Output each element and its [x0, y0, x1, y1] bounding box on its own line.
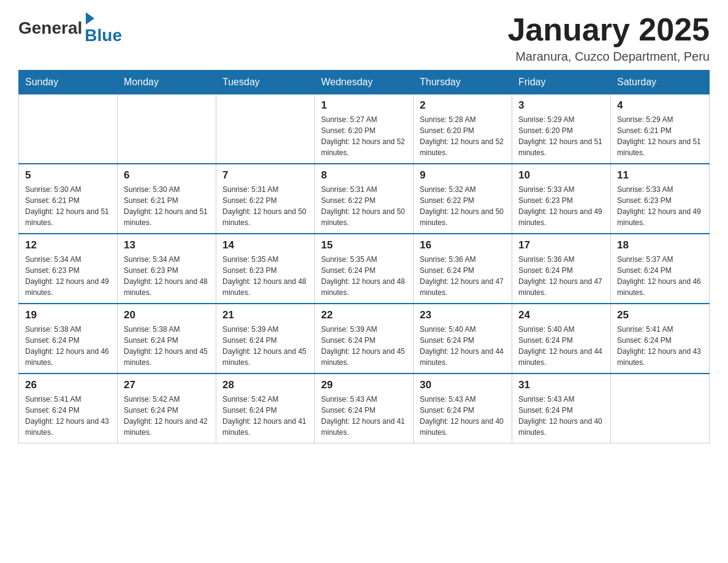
- day-info: Sunrise: 5:43 AM Sunset: 6:24 PM Dayligh…: [321, 394, 407, 438]
- calendar-header-friday: Friday: [512, 71, 611, 94]
- calendar-cell: 25Sunrise: 5:41 AM Sunset: 6:24 PM Dayli…: [611, 304, 710, 373]
- calendar-cell: 5Sunrise: 5:30 AM Sunset: 6:21 PM Daylig…: [19, 164, 118, 234]
- calendar-header-sunday: Sunday: [19, 71, 118, 94]
- day-number: 20: [124, 309, 210, 321]
- calendar-cell: 2Sunrise: 5:28 AM Sunset: 6:20 PM Daylig…: [414, 94, 512, 164]
- calendar-cell: 16Sunrise: 5:36 AM Sunset: 6:24 PM Dayli…: [414, 234, 512, 304]
- day-info: Sunrise: 5:38 AM Sunset: 6:24 PM Dayligh…: [25, 324, 111, 368]
- calendar-cell: 15Sunrise: 5:35 AM Sunset: 6:24 PM Dayli…: [315, 234, 414, 304]
- calendar-cell: 10Sunrise: 5:33 AM Sunset: 6:23 PM Dayli…: [512, 164, 611, 234]
- calendar-cell: 19Sunrise: 5:38 AM Sunset: 6:24 PM Dayli…: [19, 304, 118, 373]
- day-number: 31: [518, 379, 604, 391]
- day-number: 8: [321, 169, 407, 182]
- calendar-cell: 20Sunrise: 5:38 AM Sunset: 6:24 PM Dayli…: [118, 304, 216, 373]
- calendar-cell: 13Sunrise: 5:34 AM Sunset: 6:23 PM Dayli…: [118, 234, 216, 304]
- day-number: 7: [222, 169, 308, 182]
- day-number: 1: [321, 99, 407, 112]
- calendar-cell: 24Sunrise: 5:40 AM Sunset: 6:24 PM Dayli…: [512, 304, 611, 373]
- day-number: 2: [420, 99, 506, 112]
- day-info: Sunrise: 5:35 AM Sunset: 6:24 PM Dayligh…: [321, 254, 407, 298]
- page-subtitle: Maranura, Cuzco Department, Peru: [507, 50, 710, 64]
- day-info: Sunrise: 5:43 AM Sunset: 6:24 PM Dayligh…: [518, 394, 604, 438]
- calendar-cell: 9Sunrise: 5:32 AM Sunset: 6:22 PM Daylig…: [414, 164, 512, 234]
- calendar-cell: 18Sunrise: 5:37 AM Sunset: 6:24 PM Dayli…: [611, 234, 710, 304]
- title-section: January 2025 Maranura, Cuzco Department,…: [507, 12, 710, 64]
- calendar-cell: 1Sunrise: 5:27 AM Sunset: 6:20 PM Daylig…: [315, 94, 414, 164]
- logo-text-blue: Blue: [85, 27, 122, 44]
- logo-arrow-icon: [86, 12, 94, 25]
- day-number: 15: [321, 239, 407, 251]
- calendar-cell: 23Sunrise: 5:40 AM Sunset: 6:24 PM Dayli…: [414, 304, 512, 373]
- day-info: Sunrise: 5:40 AM Sunset: 6:24 PM Dayligh…: [518, 324, 604, 368]
- day-number: 28: [222, 379, 308, 391]
- day-info: Sunrise: 5:28 AM Sunset: 6:20 PM Dayligh…: [420, 114, 506, 158]
- calendar-header-thursday: Thursday: [414, 71, 512, 94]
- calendar-cell: 27Sunrise: 5:42 AM Sunset: 6:24 PM Dayli…: [118, 373, 216, 443]
- day-number: 21: [222, 309, 308, 321]
- day-info: Sunrise: 5:30 AM Sunset: 6:21 PM Dayligh…: [25, 184, 111, 228]
- calendar-cell: 6Sunrise: 5:30 AM Sunset: 6:21 PM Daylig…: [118, 164, 216, 234]
- calendar-cell: 22Sunrise: 5:39 AM Sunset: 6:24 PM Dayli…: [315, 304, 414, 373]
- day-info: Sunrise: 5:39 AM Sunset: 6:24 PM Dayligh…: [222, 324, 308, 368]
- day-number: 13: [124, 239, 210, 251]
- calendar-cell: 7Sunrise: 5:31 AM Sunset: 6:22 PM Daylig…: [216, 164, 315, 234]
- day-number: 26: [25, 379, 111, 391]
- day-info: Sunrise: 5:35 AM Sunset: 6:23 PM Dayligh…: [222, 254, 308, 298]
- day-number: 4: [617, 99, 703, 112]
- day-number: 18: [617, 239, 703, 251]
- day-info: Sunrise: 5:36 AM Sunset: 6:24 PM Dayligh…: [518, 254, 604, 298]
- page-title: January 2025: [507, 12, 710, 47]
- day-info: Sunrise: 5:39 AM Sunset: 6:24 PM Dayligh…: [321, 324, 407, 368]
- day-number: 17: [518, 239, 604, 251]
- calendar-table: SundayMondayTuesdayWednesdayThursdayFrid…: [18, 70, 710, 443]
- day-info: Sunrise: 5:42 AM Sunset: 6:24 PM Dayligh…: [222, 394, 308, 438]
- calendar-cell: [118, 94, 216, 164]
- day-info: Sunrise: 5:43 AM Sunset: 6:24 PM Dayligh…: [420, 394, 506, 438]
- calendar-cell: 21Sunrise: 5:39 AM Sunset: 6:24 PM Dayli…: [216, 304, 315, 373]
- day-info: Sunrise: 5:33 AM Sunset: 6:23 PM Dayligh…: [518, 184, 604, 228]
- day-number: 3: [518, 99, 604, 112]
- day-info: Sunrise: 5:33 AM Sunset: 6:23 PM Dayligh…: [617, 184, 703, 228]
- calendar-cell: 29Sunrise: 5:43 AM Sunset: 6:24 PM Dayli…: [315, 373, 414, 443]
- day-info: Sunrise: 5:38 AM Sunset: 6:24 PM Dayligh…: [124, 324, 210, 368]
- day-info: Sunrise: 5:37 AM Sunset: 6:24 PM Dayligh…: [617, 254, 703, 298]
- day-number: 30: [420, 379, 506, 391]
- day-info: Sunrise: 5:34 AM Sunset: 6:23 PM Dayligh…: [124, 254, 210, 298]
- day-info: Sunrise: 5:29 AM Sunset: 6:21 PM Dayligh…: [617, 114, 703, 158]
- day-info: Sunrise: 5:32 AM Sunset: 6:22 PM Dayligh…: [420, 184, 506, 228]
- day-info: Sunrise: 5:40 AM Sunset: 6:24 PM Dayligh…: [420, 324, 506, 368]
- day-info: Sunrise: 5:31 AM Sunset: 6:22 PM Dayligh…: [321, 184, 407, 228]
- calendar-header-saturday: Saturday: [611, 71, 710, 94]
- day-number: 11: [617, 169, 703, 182]
- calendar-week-row: 1Sunrise: 5:27 AM Sunset: 6:20 PM Daylig…: [19, 94, 710, 164]
- day-number: 10: [518, 169, 604, 182]
- day-number: 27: [124, 379, 210, 391]
- day-number: 5: [25, 169, 111, 182]
- day-number: 22: [321, 309, 407, 321]
- calendar-cell: 8Sunrise: 5:31 AM Sunset: 6:22 PM Daylig…: [315, 164, 414, 234]
- day-number: 16: [420, 239, 506, 251]
- calendar-cell: 14Sunrise: 5:35 AM Sunset: 6:23 PM Dayli…: [216, 234, 315, 304]
- day-info: Sunrise: 5:41 AM Sunset: 6:24 PM Dayligh…: [25, 394, 111, 438]
- calendar-week-row: 26Sunrise: 5:41 AM Sunset: 6:24 PM Dayli…: [19, 373, 710, 443]
- calendar-cell: [611, 373, 710, 443]
- page-header: General Blue January 2025 Maranura, Cuzc…: [18, 12, 710, 64]
- calendar-cell: 31Sunrise: 5:43 AM Sunset: 6:24 PM Dayli…: [512, 373, 611, 443]
- day-number: 24: [518, 309, 604, 321]
- day-number: 14: [222, 239, 308, 251]
- day-number: 9: [420, 169, 506, 182]
- day-info: Sunrise: 5:30 AM Sunset: 6:21 PM Dayligh…: [124, 184, 210, 228]
- calendar-cell: [216, 94, 315, 164]
- calendar-cell: 11Sunrise: 5:33 AM Sunset: 6:23 PM Dayli…: [611, 164, 710, 234]
- calendar-cell: 3Sunrise: 5:29 AM Sunset: 6:20 PM Daylig…: [512, 94, 611, 164]
- day-number: 12: [25, 239, 111, 251]
- day-number: 19: [25, 309, 111, 321]
- calendar-cell: 26Sunrise: 5:41 AM Sunset: 6:24 PM Dayli…: [19, 373, 118, 443]
- day-info: Sunrise: 5:27 AM Sunset: 6:20 PM Dayligh…: [321, 114, 407, 158]
- calendar-cell: 4Sunrise: 5:29 AM Sunset: 6:21 PM Daylig…: [611, 94, 710, 164]
- day-info: Sunrise: 5:34 AM Sunset: 6:23 PM Dayligh…: [25, 254, 111, 298]
- day-info: Sunrise: 5:42 AM Sunset: 6:24 PM Dayligh…: [124, 394, 210, 438]
- calendar-cell: 28Sunrise: 5:42 AM Sunset: 6:24 PM Dayli…: [216, 373, 315, 443]
- day-info: Sunrise: 5:36 AM Sunset: 6:24 PM Dayligh…: [420, 254, 506, 298]
- day-info: Sunrise: 5:29 AM Sunset: 6:20 PM Dayligh…: [518, 114, 604, 158]
